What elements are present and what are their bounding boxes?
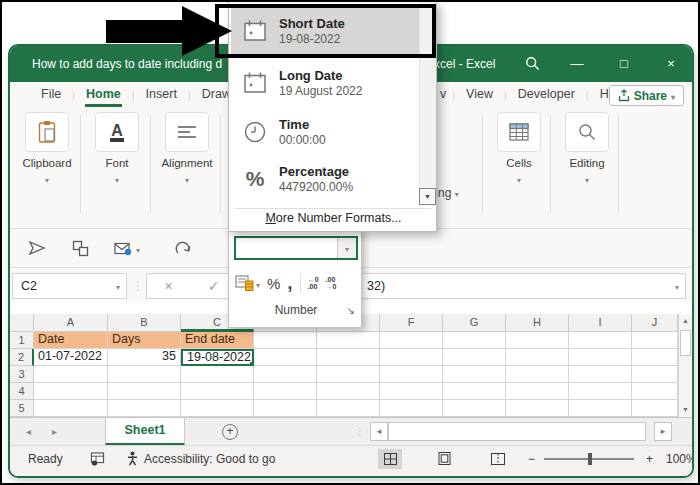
col-header-B[interactable]: B bbox=[108, 314, 181, 332]
zoom-percentage[interactable]: 100% bbox=[666, 446, 694, 471]
dropdown-scroll-down-icon[interactable]: ▼ bbox=[419, 188, 436, 205]
percent-style-button[interactable]: % bbox=[267, 275, 280, 292]
sheet-nav-right-icon[interactable]: ▸ bbox=[52, 418, 57, 446]
cell-F2[interactable] bbox=[380, 349, 443, 366]
splitter-dots[interactable]: ⋮ bbox=[132, 273, 144, 299]
col-header-J[interactable]: J bbox=[632, 314, 678, 332]
view-normal-button[interactable] bbox=[378, 446, 402, 471]
send-button[interactable] bbox=[28, 236, 46, 260]
decrease-decimal-button[interactable]: .00→0 bbox=[326, 276, 337, 290]
zoom-slider-track[interactable] bbox=[544, 458, 634, 460]
view-page-layout-button[interactable] bbox=[432, 446, 456, 471]
shapes-button[interactable] bbox=[72, 236, 89, 260]
select-all-corner[interactable] bbox=[10, 314, 34, 332]
alignment-button[interactable] bbox=[165, 112, 209, 152]
close-button[interactable]: × bbox=[654, 46, 688, 82]
row-header-5[interactable]: 5 bbox=[10, 400, 34, 417]
view-page-break-button[interactable] bbox=[486, 446, 510, 471]
comma-style-button[interactable]: , bbox=[287, 278, 292, 288]
scroll-down-icon[interactable]: ▼ bbox=[679, 403, 692, 417]
worksheet-grid[interactable]: A B C D E F G H I J 1 Date Days End date bbox=[10, 314, 692, 417]
cell-H2[interactable] bbox=[506, 349, 569, 366]
cell-E2[interactable] bbox=[317, 349, 380, 366]
col-header-H[interactable]: H bbox=[506, 314, 569, 332]
accessibility-status[interactable]: Accessibility: Good to go bbox=[126, 446, 275, 471]
tab-home[interactable]: Home bbox=[75, 82, 132, 108]
new-sheet-button[interactable]: + bbox=[222, 424, 238, 440]
zoom-slider-thumb[interactable] bbox=[588, 453, 592, 465]
sheet-nav-left-icon[interactable]: ◂ bbox=[26, 418, 31, 446]
cells-group[interactable]: Cells bbox=[488, 112, 550, 187]
cancel-button[interactable]: × bbox=[165, 278, 173, 294]
chevron-down-icon[interactable] bbox=[45, 169, 49, 187]
tab-file[interactable]: File bbox=[30, 82, 72, 108]
scroll-up-icon[interactable]: ▲ bbox=[679, 314, 692, 328]
cell-C2-selected[interactable]: 19-08-2022 bbox=[181, 349, 254, 366]
cell-H1[interactable] bbox=[506, 332, 569, 349]
zoom-in-button[interactable]: + bbox=[646, 446, 653, 471]
cell-G1[interactable] bbox=[443, 332, 506, 349]
cell-A2[interactable]: 01-07-2022 bbox=[34, 349, 108, 366]
cell-G2[interactable] bbox=[443, 349, 506, 366]
row-header-1[interactable]: 1 bbox=[10, 332, 34, 349]
col-header-I[interactable]: I bbox=[569, 314, 632, 332]
font-button[interactable]: A bbox=[95, 112, 139, 152]
search-button[interactable] bbox=[515, 46, 549, 82]
tab-view[interactable]: View bbox=[455, 82, 504, 108]
col-header-G[interactable]: G bbox=[443, 314, 506, 332]
font-group[interactable]: A Font bbox=[86, 112, 148, 187]
name-box[interactable]: C2 bbox=[12, 273, 127, 299]
cell-I1[interactable] bbox=[569, 332, 632, 349]
row-header-4[interactable]: 4 bbox=[10, 383, 34, 400]
sheet-tab-sheet1[interactable]: Sheet1 bbox=[105, 418, 185, 446]
cell-D2[interactable] bbox=[254, 349, 317, 366]
vertical-scroll-thumb[interactable] bbox=[680, 330, 691, 356]
maximize-button[interactable]: □ bbox=[607, 46, 641, 82]
chevron-down-icon[interactable] bbox=[517, 169, 521, 187]
enter-button[interactable]: ✓ bbox=[208, 278, 220, 294]
cell-E1[interactable] bbox=[317, 332, 380, 349]
vertical-scrollbar[interactable]: ▲ ▼ bbox=[678, 314, 692, 417]
alignment-group[interactable]: Alignment bbox=[156, 112, 218, 187]
minimize-button[interactable]: — bbox=[560, 46, 594, 82]
cells-button[interactable] bbox=[497, 112, 541, 152]
menu-item-percentage[interactable]: % Percentage 4479200.00% bbox=[231, 156, 419, 202]
cell-C1[interactable]: End date bbox=[181, 332, 254, 349]
chevron-down-icon[interactable] bbox=[185, 169, 189, 187]
tab-developer[interactable]: Developer bbox=[507, 82, 586, 108]
tab-splitter-dots[interactable]: ⋮ bbox=[355, 418, 365, 446]
share-button[interactable]: Share bbox=[609, 85, 684, 106]
tab-insert[interactable]: Insert bbox=[135, 82, 188, 108]
menu-item-long-date[interactable]: Long Date 19 August 2022 bbox=[231, 60, 419, 106]
editing-button[interactable] bbox=[565, 112, 609, 152]
number-format-combobox[interactable] bbox=[234, 236, 358, 260]
editing-group[interactable]: Editing bbox=[556, 112, 618, 187]
hscroll-left-button[interactable]: ◂ bbox=[370, 422, 388, 441]
menu-item-time[interactable]: Time 00:00:00 bbox=[231, 110, 419, 154]
combobox-dropdown-button[interactable] bbox=[337, 238, 356, 258]
col-header-F[interactable]: F bbox=[380, 314, 443, 332]
fill-handle[interactable] bbox=[249, 361, 254, 366]
col-header-A[interactable]: A bbox=[34, 314, 108, 332]
cell-D1[interactable] bbox=[254, 332, 317, 349]
cell-B2[interactable]: 35 bbox=[108, 349, 181, 366]
cell-F1[interactable] bbox=[380, 332, 443, 349]
increase-decimal-button[interactable]: ←0.00 bbox=[308, 276, 319, 290]
cell-J1[interactable] bbox=[632, 332, 678, 349]
cell-B1[interactable]: Days bbox=[108, 332, 181, 349]
more-number-formats[interactable]: More Number Formats... bbox=[229, 211, 438, 225]
horizontal-scrollbar[interactable] bbox=[388, 422, 646, 441]
mail-signature-button[interactable] bbox=[114, 236, 140, 260]
cell-I2[interactable] bbox=[569, 349, 632, 366]
redo-button[interactable] bbox=[174, 236, 192, 260]
cell-A1[interactable]: Date bbox=[34, 332, 108, 349]
clipboard-group[interactable]: Clipboard bbox=[16, 112, 78, 187]
accounting-format-button[interactable] bbox=[235, 274, 260, 292]
row-header-3[interactable]: 3 bbox=[10, 366, 34, 383]
row-header-2[interactable]: 2 bbox=[10, 349, 34, 366]
dialog-launcher-icon[interactable]: ↘ bbox=[347, 305, 355, 316]
cell-J2[interactable] bbox=[632, 349, 678, 366]
macro-record-button[interactable] bbox=[90, 446, 105, 471]
chevron-down-icon[interactable] bbox=[585, 169, 589, 187]
expand-formula-bar-icon[interactable] bbox=[675, 274, 679, 300]
